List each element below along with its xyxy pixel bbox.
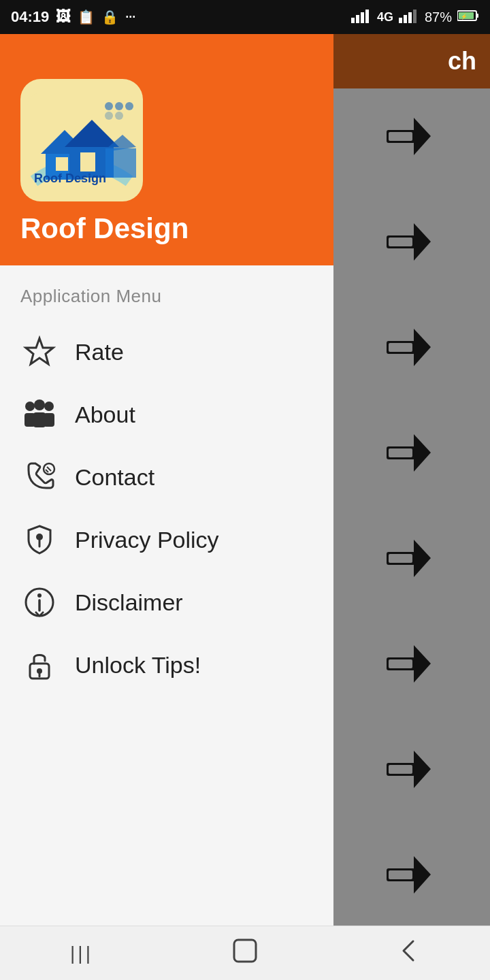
nav-arrow-3 [387, 329, 431, 376]
svg-marker-14 [414, 118, 431, 155]
right-arrow-panel [327, 88, 490, 946]
navigation-drawer: Roof Design Roof Design Application Menu… [0, 34, 333, 980]
svg-point-41 [105, 112, 113, 120]
menu-section-label: Application Menu [0, 279, 333, 321]
menu-item-disclaimer[interactable]: Disclaimer [0, 571, 333, 634]
menu-item-rate[interactable]: Rate [0, 321, 333, 383]
arrow-item-6[interactable] [327, 616, 490, 721]
drawer-header: Roof Design Roof Design [0, 34, 333, 265]
unlock-icon [20, 646, 59, 684]
svg-rect-21 [389, 343, 412, 352]
svg-marker-52 [26, 338, 53, 364]
menu-item-about[interactable]: About [0, 383, 333, 446]
recents-button[interactable]: ||| [54, 926, 109, 981]
svg-marker-17 [414, 223, 431, 261]
svg-text:Roof Design: Roof Design [34, 172, 106, 185]
svg-rect-50 [105, 148, 136, 178]
svg-rect-15 [389, 132, 412, 141]
menu-item-contact[interactable]: Contact [0, 446, 333, 508]
nav-arrow-4 [387, 434, 431, 481]
signal-icon [351, 8, 372, 27]
privacy-label: Privacy Policy [75, 527, 219, 553]
menu-item-privacy[interactable]: Privacy Policy [0, 508, 333, 571]
svg-marker-29 [414, 645, 431, 683]
back-button[interactable] [381, 926, 436, 981]
people-icon [20, 395, 59, 434]
svg-rect-36 [389, 870, 412, 879]
arrow-item-8[interactable] [327, 827, 490, 932]
home-button[interactable] [218, 926, 272, 981]
svg-rect-1 [356, 15, 359, 23]
svg-rect-48 [80, 152, 95, 172]
home-icon [231, 937, 259, 970]
time-display: 04:19 [11, 8, 49, 26]
menu-item-unlock[interactable]: Unlock Tips! [0, 634, 333, 696]
nav-arrow-5 [387, 540, 431, 587]
app-title: Roof Design [20, 212, 189, 245]
svg-rect-27 [389, 554, 412, 563]
svg-rect-18 [389, 238, 412, 246]
disclaimer-label: Disclaimer [75, 589, 183, 616]
svg-rect-30 [389, 659, 412, 668]
app-logo: Roof Design [20, 79, 143, 201]
sim-icon: 📋 [78, 9, 95, 25]
svg-line-60 [47, 467, 51, 471]
nav-arrow-7 [387, 751, 431, 798]
signal2-icon [399, 8, 419, 27]
right-header-bar: ch [327, 34, 490, 88]
shield-icon [20, 521, 59, 559]
arrow-item-4[interactable] [327, 405, 490, 510]
nav-arrow-2 [387, 223, 431, 270]
svg-rect-3 [365, 10, 369, 23]
svg-rect-6 [408, 12, 412, 23]
star-icon [20, 333, 59, 371]
svg-rect-0 [351, 18, 355, 23]
svg-line-61 [46, 470, 48, 472]
arrow-item-5[interactable] [327, 510, 490, 616]
contact-label: Contact [75, 464, 154, 491]
battery-level: 87% [425, 10, 452, 25]
svg-rect-58 [44, 413, 54, 427]
arrow-item-7[interactable] [327, 721, 490, 827]
nav-arrow-1 [387, 118, 431, 165]
unlock-label: Unlock Tips! [75, 652, 201, 679]
about-label: About [75, 402, 135, 428]
phone-icon [20, 458, 59, 496]
search-text-partial: ch [448, 47, 476, 76]
svg-rect-7 [413, 10, 416, 23]
svg-point-40 [125, 102, 133, 110]
svg-rect-33 [389, 765, 412, 774]
more-icon: ··· [125, 10, 135, 24]
svg-marker-20 [414, 329, 431, 366]
gallery-icon: 🖼 [56, 8, 71, 26]
network-type: 4G [377, 10, 393, 24]
rate-label: Rate [75, 339, 124, 365]
svg-rect-5 [404, 15, 407, 23]
back-icon [398, 937, 419, 970]
arrow-item-1[interactable] [327, 88, 490, 194]
arrow-item-3[interactable] [327, 299, 490, 405]
svg-marker-23 [414, 434, 431, 472]
status-bar: 04:19 🖼 📋 🔒 ··· 4G 87% [0, 0, 490, 34]
svg-point-53 [25, 402, 35, 411]
battery-icon: ⚡ [457, 10, 479, 25]
lock-icon: 🔒 [101, 9, 118, 25]
recents-icon: ||| [70, 943, 93, 964]
svg-point-39 [115, 102, 123, 110]
svg-point-38 [105, 102, 113, 110]
svg-marker-26 [414, 540, 431, 577]
svg-point-42 [115, 112, 123, 120]
navigation-bar: ||| [0, 926, 490, 980]
nav-arrow-6 [387, 645, 431, 692]
arrow-item-2[interactable] [327, 194, 490, 299]
svg-rect-70 [234, 940, 256, 962]
svg-rect-24 [389, 448, 412, 457]
svg-rect-4 [399, 18, 402, 23]
svg-rect-45 [56, 157, 68, 171]
svg-marker-32 [414, 751, 431, 788]
nav-arrow-8 [387, 856, 431, 903]
svg-point-55 [34, 399, 45, 410]
svg-point-57 [44, 402, 54, 411]
svg-text:⚡: ⚡ [461, 13, 468, 20]
svg-rect-2 [361, 12, 364, 23]
